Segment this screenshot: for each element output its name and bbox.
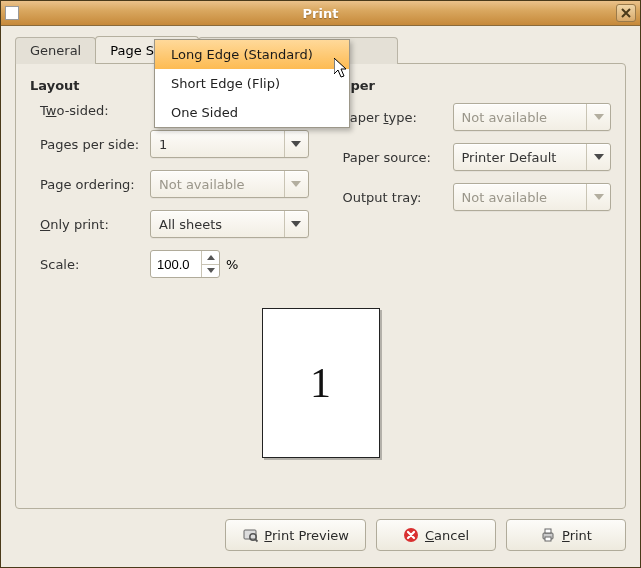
scale-suffix: %: [226, 257, 238, 272]
page-setup-panel: Layout Two-sided: Pages per side: 1 Page…: [15, 63, 626, 509]
paper-source-value: Printer Default: [462, 150, 557, 165]
chevron-down-icon: [586, 184, 610, 210]
paper-source-label: Paper source:: [333, 150, 453, 165]
scale-input[interactable]: [151, 256, 197, 273]
cancel-button[interactable]: Cancel: [376, 519, 496, 551]
paper-title: Paper: [333, 78, 612, 93]
titlebar[interactable]: Print: [1, 1, 640, 26]
print-icon: [540, 527, 556, 543]
scale-label: Scale:: [30, 257, 150, 272]
svg-rect-6: [545, 537, 551, 541]
paper-type-combo: Not available: [453, 103, 612, 131]
print-preview-button[interactable]: Print Preview: [225, 519, 366, 551]
preview-page-number: 1: [310, 359, 331, 407]
dialog-content: General Page Setup . Layout Two-sided: P…: [1, 26, 640, 563]
tab-general[interactable]: General: [15, 37, 96, 64]
svg-rect-5: [545, 529, 551, 533]
output-tray-combo: Not available: [453, 183, 612, 211]
scale-spinbutton[interactable]: [150, 250, 220, 278]
scale-down-button[interactable]: [202, 265, 219, 278]
only-print-label: Only print:: [30, 217, 150, 232]
chevron-down-icon: [284, 131, 308, 157]
output-tray-value: Not available: [462, 190, 548, 205]
dialog-buttons: Print Preview Cancel Print: [15, 519, 626, 551]
print-button[interactable]: Print: [506, 519, 626, 551]
page-preview: 1: [262, 308, 380, 458]
chevron-down-icon: [586, 104, 610, 130]
print-preview-icon: [242, 527, 258, 543]
svg-line-2: [256, 539, 258, 541]
close-button[interactable]: [616, 4, 636, 22]
two-sided-label: Two-sided:: [30, 103, 150, 118]
only-print-combo[interactable]: All sheets: [150, 210, 309, 238]
app-icon: [5, 6, 19, 20]
page-ordering-label: Page ordering:: [30, 177, 150, 192]
paper-source-combo[interactable]: Printer Default: [453, 143, 612, 171]
chevron-down-icon: [586, 144, 610, 170]
two-sided-dropdown[interactable]: Long Edge (Standard) Short Edge (Flip) O…: [154, 39, 350, 128]
only-print-value: All sheets: [159, 217, 222, 232]
chevron-down-icon: [284, 171, 308, 197]
dropdown-item-one-sided[interactable]: One Sided: [155, 98, 349, 127]
dropdown-item-short-edge[interactable]: Short Edge (Flip): [155, 69, 349, 98]
page-ordering-value: Not available: [159, 177, 245, 192]
window-title: Print: [25, 6, 616, 21]
dropdown-item-long-edge[interactable]: Long Edge (Standard): [155, 40, 349, 69]
cancel-icon: [403, 527, 419, 543]
pages-per-side-label: Pages per side:: [30, 137, 150, 152]
pages-per-side-value: 1: [159, 137, 167, 152]
paper-section: Paper Paper type: Not available Paper so…: [333, 78, 612, 290]
pages-per-side-combo[interactable]: 1: [150, 130, 309, 158]
page-ordering-combo: Not available: [150, 170, 309, 198]
print-dialog: Print General Page Setup . Layout Two-si…: [0, 0, 641, 568]
paper-type-label: Paper type:: [333, 110, 453, 125]
scale-up-button[interactable]: [202, 251, 219, 265]
close-icon: [621, 8, 631, 18]
paper-type-value: Not available: [462, 110, 548, 125]
output-tray-label: Output tray:: [333, 190, 453, 205]
chevron-down-icon: [284, 211, 308, 237]
